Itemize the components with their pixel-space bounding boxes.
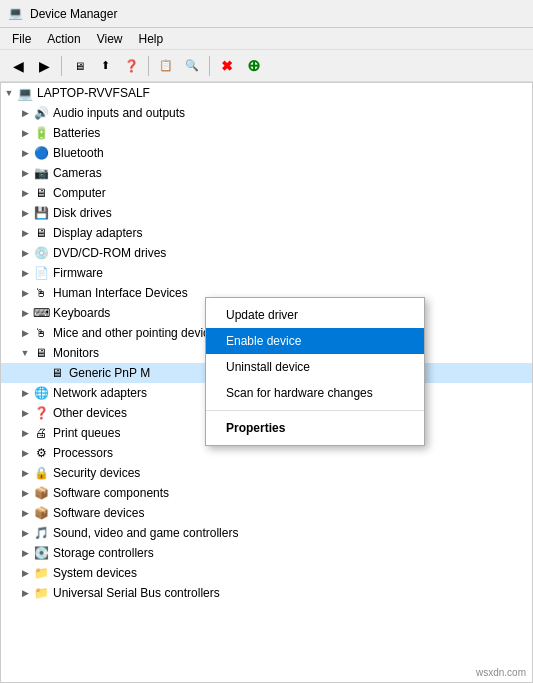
icon-hid: 🖱 <box>33 285 49 301</box>
tree-item-security[interactable]: ▶ 🔒 Security devices <box>1 463 532 483</box>
delete-button[interactable]: ✖ <box>215 54 239 78</box>
toolbar-separator-1 <box>61 56 62 76</box>
expand-audio[interactable]: ▶ <box>17 105 33 121</box>
icon-software-dev: 📦 <box>33 505 49 521</box>
expand-cameras[interactable]: ▶ <box>17 165 33 181</box>
tree-item-audio[interactable]: ▶ 🔊 Audio inputs and outputs <box>1 103 532 123</box>
expand-computer[interactable]: ▶ <box>17 185 33 201</box>
expand-storage[interactable]: ▶ <box>17 545 33 561</box>
tree-item-storage[interactable]: ▶ 💽 Storage controllers <box>1 543 532 563</box>
label-firmware: Firmware <box>53 266 107 280</box>
label-generic-pnp: Generic PnP M <box>69 366 154 380</box>
tree-root[interactable]: ▼ 💻 LAPTOP-RVVFSALF <box>1 83 532 103</box>
forward-button[interactable]: ▶ <box>32 54 56 78</box>
label-hid: Human Interface Devices <box>53 286 192 300</box>
expand-sound[interactable]: ▶ <box>17 525 33 541</box>
root-icon: 💻 <box>17 85 33 101</box>
ctx-item-update-driver[interactable]: Update driver <box>206 302 424 328</box>
toolbar-separator-2 <box>148 56 149 76</box>
tree-item-processors[interactable]: ▶ ⚙ Processors <box>1 443 532 463</box>
icon-bluetooth: 🔵 <box>33 145 49 161</box>
menu-action[interactable]: Action <box>39 30 88 48</box>
label-computer: Computer <box>53 186 110 200</box>
expand-network[interactable]: ▶ <box>17 385 33 401</box>
label-software-comp: Software components <box>53 486 173 500</box>
label-network: Network adapters <box>53 386 151 400</box>
add-button[interactable]: ⊕ <box>241 54 265 78</box>
expand-monitors[interactable]: ▼ <box>17 345 33 361</box>
expand-display-adapters[interactable]: ▶ <box>17 225 33 241</box>
tree-item-usb[interactable]: ▶ 📁 Universal Serial Bus controllers <box>1 583 532 603</box>
tree-item-computer[interactable]: ▶ 🖥 Computer <box>1 183 532 203</box>
ctx-item-properties[interactable]: Properties <box>206 415 424 441</box>
tree-item-cameras[interactable]: ▶ 📷 Cameras <box>1 163 532 183</box>
tree-item-bluetooth[interactable]: ▶ 🔵 Bluetooth <box>1 143 532 163</box>
expand-dvd[interactable]: ▶ <box>17 245 33 261</box>
back-button[interactable]: ◀ <box>6 54 30 78</box>
expand-mice[interactable]: ▶ <box>17 325 33 341</box>
window-title: Device Manager <box>30 7 117 21</box>
expand-security[interactable]: ▶ <box>17 465 33 481</box>
icon-mice: 🖱 <box>33 325 49 341</box>
icon-other: ❓ <box>33 405 49 421</box>
menu-view[interactable]: View <box>89 30 131 48</box>
tree-item-display-adapters[interactable]: ▶ 🖥 Display adapters <box>1 223 532 243</box>
label-cameras: Cameras <box>53 166 106 180</box>
tree-item-sound[interactable]: ▶ 🎵 Sound, video and game controllers <box>1 523 532 543</box>
app-icon: 💻 <box>8 6 24 22</box>
expand-batteries[interactable]: ▶ <box>17 125 33 141</box>
expand-processors[interactable]: ▶ <box>17 445 33 461</box>
label-security: Security devices <box>53 466 144 480</box>
root-expand[interactable]: ▼ <box>1 85 17 101</box>
label-mice: Mice and other pointing devices <box>53 326 226 340</box>
context-menu-items: Update driverEnable deviceUninstall devi… <box>206 302 424 441</box>
tree-item-disk[interactable]: ▶ 💾 Disk drives <box>1 203 532 223</box>
expand-print[interactable]: ▶ <box>17 425 33 441</box>
label-bluetooth: Bluetooth <box>53 146 108 160</box>
expand-bluetooth[interactable]: ▶ <box>17 145 33 161</box>
icon-cameras: 📷 <box>33 165 49 181</box>
expand-generic-pnp[interactable] <box>33 365 49 381</box>
context-menu: Update driverEnable deviceUninstall devi… <box>205 297 425 446</box>
expand-software-dev[interactable]: ▶ <box>17 505 33 521</box>
label-system: System devices <box>53 566 141 580</box>
tree-item-batteries[interactable]: ▶ 🔋 Batteries <box>1 123 532 143</box>
icon-dvd: 💿 <box>33 245 49 261</box>
tree-item-software-comp[interactable]: ▶ 📦 Software components <box>1 483 532 503</box>
expand-system[interactable]: ▶ <box>17 565 33 581</box>
icon-computer: 🖥 <box>33 185 49 201</box>
label-audio: Audio inputs and outputs <box>53 106 189 120</box>
expand-disk[interactable]: ▶ <box>17 205 33 221</box>
icon-software-comp: 📦 <box>33 485 49 501</box>
icon-audio: 🔊 <box>33 105 49 121</box>
menu-file[interactable]: File <box>4 30 39 48</box>
icon-generic-pnp: 🖥 <box>49 365 65 381</box>
show-hidden-button[interactable]: 📋 <box>154 54 178 78</box>
label-keyboards: Keyboards <box>53 306 114 320</box>
update-driver-button[interactable]: ⬆ <box>93 54 117 78</box>
expand-software-comp[interactable]: ▶ <box>17 485 33 501</box>
toolbar-separator-3 <box>209 56 210 76</box>
scan-button[interactable]: 🔍 <box>180 54 204 78</box>
expand-firmware[interactable]: ▶ <box>17 265 33 281</box>
icon-disk: 💾 <box>33 205 49 221</box>
icon-network: 🌐 <box>33 385 49 401</box>
ctx-item-uninstall-device[interactable]: Uninstall device <box>206 354 424 380</box>
ctx-item-scan-changes[interactable]: Scan for hardware changes <box>206 380 424 406</box>
expand-keyboards[interactable]: ▶ <box>17 305 33 321</box>
tree-item-dvd[interactable]: ▶ 💿 DVD/CD-ROM drives <box>1 243 532 263</box>
label-sound: Sound, video and game controllers <box>53 526 242 540</box>
icon-storage: 💽 <box>33 545 49 561</box>
expand-usb[interactable]: ▶ <box>17 585 33 601</box>
ctx-item-enable-device[interactable]: Enable device <box>206 328 424 354</box>
tree-item-firmware[interactable]: ▶ 📄 Firmware <box>1 263 532 283</box>
menu-help[interactable]: Help <box>131 30 172 48</box>
help-button[interactable]: ❓ <box>119 54 143 78</box>
tree-item-software-dev[interactable]: ▶ 📦 Software devices <box>1 503 532 523</box>
tree-item-system[interactable]: ▶ 📁 System devices <box>1 563 532 583</box>
properties-button[interactable]: 🖥 <box>67 54 91 78</box>
label-storage: Storage controllers <box>53 546 158 560</box>
icon-usb: 📁 <box>33 585 49 601</box>
expand-hid[interactable]: ▶ <box>17 285 33 301</box>
expand-other[interactable]: ▶ <box>17 405 33 421</box>
